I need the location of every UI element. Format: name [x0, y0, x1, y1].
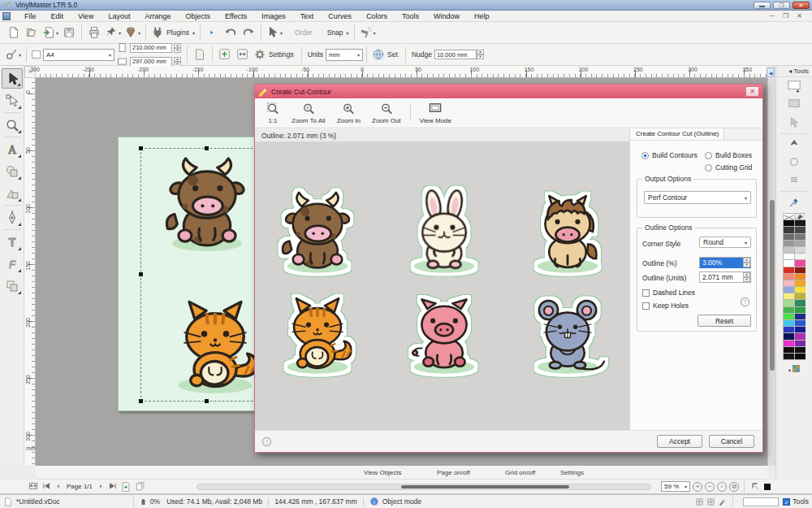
reset-button[interactable]: Reset [698, 315, 751, 327]
panel-collapse-button[interactable]: ◀ [767, 67, 775, 77]
zoom-in-button[interactable]: + [693, 482, 702, 492]
contour-preview-area[interactable] [255, 142, 629, 432]
color-swatch[interactable] [784, 307, 794, 313]
radio-cutting-grid[interactable]: Cutting Grid [705, 163, 752, 172]
selection-handle[interactable] [205, 399, 209, 403]
horizontal-scrollbar[interactable] [197, 484, 651, 490]
color-swatch[interactable] [795, 293, 806, 299]
nudge-input[interactable]: 10.000 mm [434, 50, 477, 59]
color-swatch[interactable] [795, 247, 806, 253]
color-swatch[interactable] [784, 314, 794, 319]
color-swatch[interactable] [784, 260, 794, 266]
color-swatch[interactable] [795, 274, 806, 280]
redo-button[interactable] [240, 24, 257, 41]
hfit-box-button[interactable] [234, 46, 252, 63]
color-swatch[interactable] [784, 341, 794, 346]
spinner-buttons[interactable]: ▲▼ [743, 272, 750, 282]
dashed-lines-checkbox[interactable]: Dashed Lines [642, 289, 695, 297]
zoom-all-button[interactable]: ⊘ [729, 482, 739, 492]
dialog-view-mode-button[interactable]: View Mode [414, 98, 457, 128]
menu-objects[interactable]: Objects [178, 12, 218, 20]
node-edit-tool[interactable] [2, 90, 23, 111]
pen-icon[interactable] [718, 497, 727, 506]
color-swatch[interactable] [795, 300, 806, 306]
mouse-sticker[interactable] [515, 282, 620, 388]
pig-sticker-preview[interactable] [391, 282, 497, 388]
weld-tool[interactable] [2, 276, 23, 296]
selection-handle[interactable] [139, 272, 143, 276]
zoom-tool[interactable] [2, 115, 23, 135]
fill-effects-tool[interactable]: F [2, 254, 23, 274]
new-doc-button[interactable] [5, 24, 23, 41]
menu-images[interactable]: Images [254, 12, 293, 20]
mouse-sticker-preview[interactable] [515, 282, 620, 388]
color-swatch[interactable] [795, 320, 806, 326]
color-swatch[interactable] [795, 234, 806, 240]
output-options-select[interactable]: Perf Contour▾ [644, 191, 751, 204]
pick-corner-icon[interactable] [751, 482, 761, 492]
vertical-scrollbar[interactable] [767, 78, 775, 466]
menu-window[interactable]: Window [426, 12, 467, 20]
horizontal-scrollbar-thumb[interactable] [401, 485, 568, 488]
pin-palette-swatch[interactable] [795, 214, 806, 219]
tab-create-contour-cut[interactable]: Create Contour Cut (Outline) [630, 128, 724, 140]
menu-edit[interactable]: Edit [44, 12, 71, 20]
zoom-out-button[interactable]: − [705, 482, 715, 492]
menu-arrange[interactable]: Arrange [137, 12, 178, 20]
bunny-sticker-preview[interactable] [391, 181, 497, 287]
plugins-button[interactable]: Plugins▾ [149, 24, 197, 41]
airbrush-button[interactable]: ▾ [358, 24, 378, 41]
mdi-window-controls[interactable]: ─ ❒ ✕ [770, 12, 806, 20]
dialog-title-bar[interactable]: Create Cut-Contour ✕ [255, 85, 762, 98]
color-swatch[interactable] [784, 293, 794, 299]
selection-handle[interactable] [139, 399, 143, 403]
last-page-button[interactable] [108, 482, 117, 491]
zoom-page-button[interactable]: ▫ [717, 482, 727, 492]
color-swatch[interactable] [784, 234, 794, 240]
color-swatch[interactable] [795, 254, 806, 259]
color-swatch[interactable] [784, 327, 794, 332]
select-tool[interactable] [2, 68, 23, 89]
add-palette-button[interactable] [784, 362, 804, 378]
next-page-button[interactable] [97, 482, 105, 491]
color-swatch[interactable] [795, 260, 806, 266]
plus-box-button[interactable] [216, 46, 234, 63]
horizontal-ruler[interactable]: -300-250-200-150-100-5005010015020025030… [36, 66, 767, 78]
cancel-button[interactable]: Cancel [709, 435, 754, 448]
no-color-swatch[interactable] [784, 214, 794, 219]
menu-curves[interactable]: Curves [321, 12, 359, 20]
help-icon[interactable]: ? [261, 436, 272, 447]
duplicate-page-button[interactable] [135, 481, 146, 493]
corner-style-select[interactable]: Round▾ [699, 237, 751, 248]
color-swatch[interactable] [784, 280, 794, 286]
shortcut-settings[interactable]: Settings [560, 469, 584, 476]
halftone-lines-button[interactable] [784, 172, 804, 189]
color-swatch[interactable] [784, 267, 794, 273]
horse-sticker[interactable] [515, 181, 620, 287]
snap-button[interactable]: Snap▾ [323, 24, 351, 41]
tools-checkbox[interactable]: ✓ [783, 498, 790, 506]
color-swatch[interactable] [784, 347, 794, 353]
vertical-ruler[interactable]: 050100150200250300mm [24, 78, 36, 466]
color-swatch[interactable] [784, 247, 794, 253]
color-swatch[interactable] [784, 274, 794, 280]
color-swatch[interactable] [784, 320, 794, 326]
autoshapes-tool[interactable] [2, 183, 23, 203]
close-button[interactable]: ✕ [793, 2, 810, 9]
text-effects-tool[interactable]: T [2, 232, 23, 252]
color-swatch[interactable] [784, 241, 794, 246]
link-icon[interactable] [695, 497, 704, 506]
page-width-input[interactable]: 210.000 mm [130, 43, 172, 53]
menu-tools[interactable]: Tools [395, 12, 426, 20]
color-swatch[interactable] [795, 280, 806, 286]
color-swatch[interactable] [784, 300, 794, 306]
color-swatch[interactable] [795, 267, 806, 273]
color-swatch[interactable] [784, 287, 794, 293]
radio-build-boxes[interactable]: Build Boxes [705, 151, 752, 159]
shortcut-view-objects[interactable]: View Objects [364, 469, 402, 476]
radio-build-contours[interactable]: Build Contours [641, 151, 698, 159]
dialog-zoom-to-all-button[interactable]: Zoom To All [286, 98, 331, 128]
previous-page-button[interactable] [54, 482, 62, 491]
color-swatch[interactable] [795, 327, 806, 332]
color-swatch[interactable] [795, 227, 806, 232]
